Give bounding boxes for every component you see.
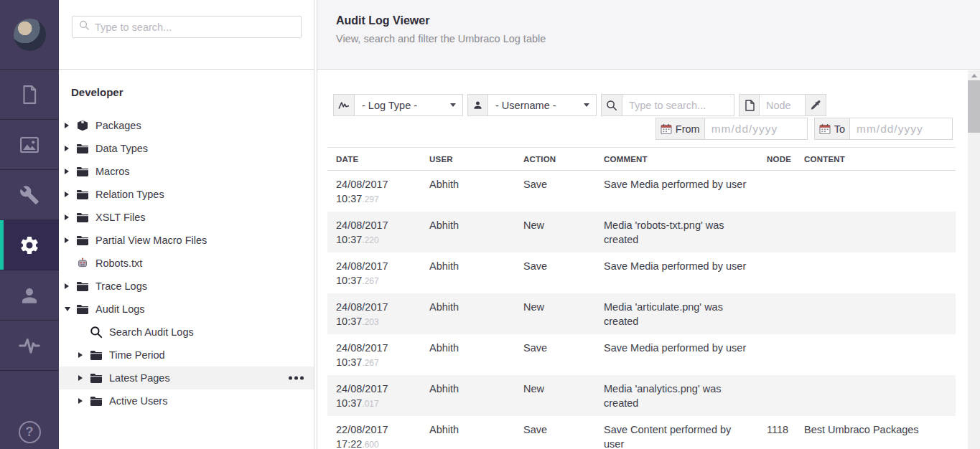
wrench-icon bbox=[19, 185, 39, 205]
caret-right-icon[interactable] bbox=[65, 237, 73, 243]
umbraco-backoffice: ? Developer Packages bbox=[0, 0, 980, 449]
folder-icon bbox=[90, 374, 102, 383]
node-picker-icon[interactable] bbox=[805, 95, 826, 115]
scrollbar-thumb[interactable] bbox=[968, 80, 980, 133]
caret-right-icon[interactable] bbox=[65, 146, 73, 151]
col-action: ACTION bbox=[515, 148, 595, 171]
actions-ellipsis-icon[interactable] bbox=[289, 377, 304, 380]
to-label: To bbox=[834, 123, 845, 135]
user-icon bbox=[468, 95, 488, 115]
section-media[interactable] bbox=[0, 120, 59, 170]
folder-icon bbox=[76, 144, 88, 153]
tree-search-area bbox=[59, 0, 314, 70]
app-sections-bar: ? bbox=[0, 0, 59, 449]
tree-item-relation-types[interactable]: Relation Types bbox=[59, 183, 314, 206]
chevron-down-icon bbox=[450, 103, 456, 107]
caret-right-icon[interactable] bbox=[78, 352, 87, 358]
tree-section-title: Developer bbox=[71, 86, 123, 98]
filter-row-1: - Log Type - - Username - bbox=[333, 94, 826, 116]
vertical-scrollbar bbox=[968, 70, 980, 449]
tree-item-robots-txt[interactable]: Robots.txt bbox=[59, 252, 314, 275]
folder-icon bbox=[76, 282, 88, 291]
caret-right-icon[interactable] bbox=[65, 214, 73, 220]
tree-item-audit-logs[interactable]: Audit Logs bbox=[59, 298, 314, 321]
date-from-filter: From bbox=[655, 118, 808, 140]
date-to-input[interactable] bbox=[850, 118, 952, 139]
node-filter bbox=[739, 94, 826, 116]
tree-item-active-users[interactable]: Active Users bbox=[59, 389, 314, 412]
tree-item-macros[interactable]: Macros bbox=[59, 160, 314, 183]
main-panel: Audit Log Viewer View, search and filter… bbox=[317, 0, 980, 449]
tree-item-time-period[interactable]: Time Period bbox=[59, 344, 314, 367]
scroll-up-arrow-icon[interactable] bbox=[971, 74, 977, 77]
caret-right-icon[interactable] bbox=[65, 169, 73, 174]
media-icon bbox=[19, 134, 40, 156]
username-select[interactable]: - Username - bbox=[488, 95, 596, 115]
tree-search-input[interactable] bbox=[95, 22, 301, 33]
folder-icon bbox=[76, 167, 88, 176]
pulse-icon bbox=[18, 334, 41, 357]
table-row: 24/08/201710:37.017 Abhith New Media 'an… bbox=[327, 375, 956, 416]
search-icon bbox=[90, 326, 102, 339]
folder-icon bbox=[76, 190, 88, 199]
tree-search-box[interactable] bbox=[72, 16, 302, 38]
tree-item-xslt-files[interactable]: XSLT Files bbox=[59, 206, 314, 229]
audit-log-table: DATE USER ACTION COMMENT NODE CONTENT 24… bbox=[327, 147, 956, 449]
caret-right-icon[interactable] bbox=[78, 375, 87, 381]
date-from-input[interactable] bbox=[705, 118, 807, 139]
tree-item-packages[interactable]: Packages bbox=[59, 114, 314, 137]
page-title: Audit Log Viewer bbox=[336, 14, 980, 27]
col-content: CONTENT bbox=[795, 148, 956, 171]
col-comment: COMMENT bbox=[595, 148, 758, 171]
section-developer[interactable] bbox=[0, 220, 59, 270]
main-content: - Log Type - - Username - bbox=[317, 70, 980, 449]
search-icon bbox=[602, 95, 622, 115]
section-users[interactable] bbox=[0, 270, 59, 321]
user-icon bbox=[19, 285, 40, 306]
table-row: 24/08/201710:37.267 Abhith Save Save Med… bbox=[327, 252, 956, 293]
caret-right-icon[interactable] bbox=[65, 123, 73, 128]
tree-item-data-types[interactable]: Data Types bbox=[59, 137, 314, 160]
table-header-row: DATE USER ACTION COMMENT NODE CONTENT bbox=[327, 148, 956, 171]
gear-icon bbox=[19, 235, 40, 256]
tree-item-search-audit-logs[interactable]: Search Audit Logs bbox=[59, 321, 314, 344]
folder-icon bbox=[90, 397, 102, 406]
folder-icon bbox=[76, 305, 88, 314]
help-icon[interactable]: ? bbox=[19, 421, 41, 443]
calendar-icon: To bbox=[815, 118, 850, 139]
tree-item-latest-pages[interactable]: Latest Pages bbox=[59, 367, 314, 389]
node-id-input[interactable] bbox=[760, 95, 805, 115]
folder-icon bbox=[76, 213, 88, 222]
comment-search-input[interactable] bbox=[622, 95, 734, 115]
table-row: 22/08/201717:22.600 Abhith Save Save Con… bbox=[327, 416, 956, 449]
log-type-filter: - Log Type - bbox=[333, 94, 463, 116]
search-icon bbox=[79, 20, 90, 34]
avatar-area bbox=[0, 0, 59, 70]
log-type-select[interactable]: - Log Type - bbox=[355, 95, 462, 115]
tree-panel: Developer Packages Data Types Macros bbox=[59, 0, 314, 449]
folder-icon bbox=[76, 236, 88, 245]
log-level-icon bbox=[334, 95, 355, 115]
text-search-filter bbox=[601, 94, 734, 116]
calendar-icon: From bbox=[656, 118, 705, 139]
user-avatar[interactable] bbox=[14, 19, 46, 51]
col-user: USER bbox=[421, 148, 515, 171]
table-row: 24/08/201710:37.297 Abhith Save Save Med… bbox=[327, 171, 956, 212]
table-row: 24/08/201710:37.203 Abhith New Media 'ar… bbox=[327, 293, 956, 334]
caret-right-icon[interactable] bbox=[65, 192, 73, 197]
robot-icon bbox=[76, 257, 88, 269]
tree-item-partial-view-macro-files[interactable]: Partial View Macro Files bbox=[59, 229, 314, 252]
section-content[interactable] bbox=[0, 70, 59, 120]
username-filter: - Username - bbox=[467, 94, 597, 116]
document-icon bbox=[739, 95, 760, 115]
section-settings[interactable] bbox=[0, 170, 59, 220]
caret-right-icon[interactable] bbox=[65, 283, 73, 289]
section-forms[interactable] bbox=[0, 321, 59, 371]
tree-item-trace-logs[interactable]: Trace Logs bbox=[59, 275, 314, 298]
caret-right-icon[interactable] bbox=[78, 398, 87, 404]
table-row: 24/08/201710:37.220 Abhith New Media 'ro… bbox=[327, 212, 956, 252]
document-icon bbox=[19, 84, 40, 105]
filter-row-2: From To bbox=[655, 118, 953, 140]
caret-down-icon[interactable] bbox=[65, 307, 73, 311]
from-label: From bbox=[676, 123, 700, 135]
